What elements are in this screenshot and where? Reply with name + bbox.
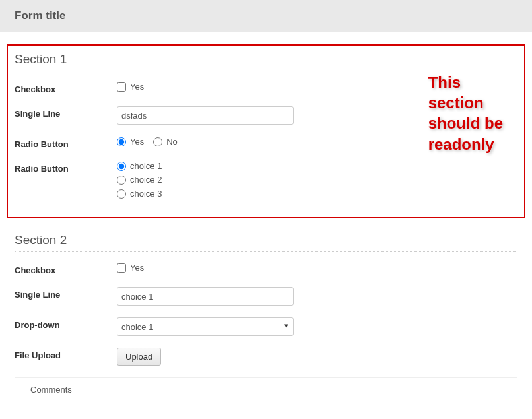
form-body: This section should be readonly Section …	[0, 32, 532, 401]
singleline-input-2[interactable]	[117, 287, 294, 306]
form-title: Form title	[15, 9, 517, 22]
section-2: Section 2 Checkbox Yes Single Line Drop-…	[15, 233, 517, 366]
radio-input-no[interactable]	[153, 137, 162, 146]
radio-input-choice2[interactable]	[117, 176, 126, 185]
radio-text: choice 1	[130, 161, 162, 171]
field-checkbox-2: Checkbox Yes	[15, 263, 517, 275]
section-2-title: Section 2	[15, 233, 517, 252]
fileupload-label: File Upload	[15, 348, 117, 360]
radio-input-yes[interactable]	[117, 137, 126, 146]
dropdown-label: Drop-down	[15, 317, 117, 330]
singleline-label-2: Single Line	[15, 287, 117, 300]
checkbox-input-2[interactable]	[117, 263, 126, 273]
radio-choice-3[interactable]: choice 3	[117, 189, 517, 199]
radio-input-choice3[interactable]	[117, 189, 126, 199]
field-fileupload: File Upload Upload	[15, 348, 517, 366]
radio-text: choice 3	[130, 189, 162, 199]
field-radio-choices: Radio Button choice 1 choice 2 choice 3	[15, 161, 517, 203]
dropdown-select[interactable]: choice 1	[117, 317, 294, 336]
radio-text: No	[166, 137, 178, 146]
radio-choice-1[interactable]: choice 1	[117, 161, 517, 171]
annotation-line: should be	[428, 113, 503, 133]
checkbox-label-2: Checkbox	[15, 263, 117, 275]
dropdown-wrap[interactable]: choice 1	[117, 317, 294, 336]
annotation-line: section	[428, 92, 503, 113]
readonly-annotation: This section should be readonly	[428, 72, 503, 154]
radio-yes[interactable]: Yes	[117, 137, 144, 146]
comments-row: Comments	[15, 377, 517, 395]
radio-text: choice 2	[130, 175, 162, 185]
singleline-label: Single Line	[15, 106, 117, 119]
radio-text: Yes	[130, 137, 144, 146]
annotation-line: readonly	[428, 134, 503, 154]
checkbox-label: Checkbox	[15, 82, 117, 94]
field-singleline-2: Single Line	[15, 287, 517, 306]
upload-button[interactable]: Upload	[117, 348, 161, 366]
singleline-input[interactable]	[117, 106, 294, 125]
form-header: Form title	[0, 0, 532, 32]
checkbox-text: Yes	[130, 82, 144, 92]
radio-choice-2[interactable]: choice 2	[117, 175, 517, 185]
checkbox-option-2[interactable]: Yes	[117, 263, 517, 273]
field-dropdown: Drop-down choice 1	[15, 317, 517, 336]
comments-label: Comments	[30, 385, 72, 395]
annotation-line: This	[428, 72, 503, 92]
checkbox-text-2: Yes	[130, 263, 144, 273]
radio-label: Radio Button	[15, 137, 117, 149]
radio-no[interactable]: No	[153, 137, 178, 146]
radio-label-2: Radio Button	[15, 161, 117, 174]
checkbox-input[interactable]	[117, 82, 126, 92]
section-1-title: Section 1	[15, 52, 517, 71]
radio-input-choice1[interactable]	[117, 162, 126, 171]
